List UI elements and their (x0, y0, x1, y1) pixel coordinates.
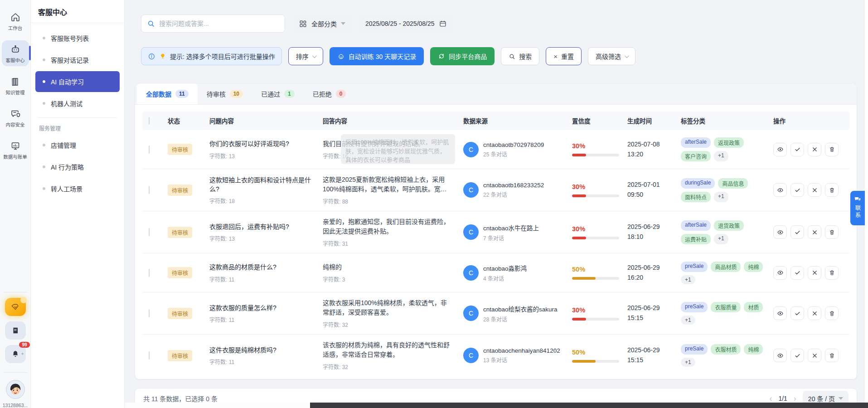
approve-button[interactable] (790, 306, 804, 320)
status-badge: 待审核 (168, 185, 192, 196)
tag-topic: 商品材质 (711, 262, 741, 272)
delete-button[interactable] (825, 349, 839, 362)
sidebar-item-account-list[interactable]: 客服账号列表 (35, 28, 120, 49)
auto-train-label: 自动训练 30 天聊天记录 (349, 52, 416, 61)
row-checkbox[interactable] (149, 309, 150, 317)
delete-button[interactable] (825, 266, 839, 280)
category-select[interactable]: 全部分类 (292, 15, 352, 33)
sidebar-item-robot-test[interactable]: 机器人测试 (35, 93, 120, 114)
user-avatar[interactable] (6, 380, 25, 399)
source-dialog-count: 7 条对话 (483, 234, 539, 242)
rail-item-service-center[interactable]: 客服中心 (2, 40, 29, 66)
confidence-value: 50% (572, 349, 627, 356)
tab-approved[interactable]: 已通过 1 (252, 83, 304, 104)
approve-button[interactable] (790, 349, 804, 362)
view-button[interactable] (773, 306, 787, 320)
rail-item-label: 内容安全 (6, 121, 25, 128)
approve-button[interactable] (790, 143, 804, 156)
sidebar-item-human-transfer[interactable]: 转人工场景 (35, 178, 120, 199)
rail-item-knowledge[interactable]: 知识管理 (2, 73, 29, 98)
next-page-button[interactable]: › (794, 394, 796, 403)
sidebar-item-ai-auto-learning[interactable]: AI 自动学习 (35, 71, 120, 92)
tip-text: 提示: 选择多个项目后可进行批量操作 (170, 52, 275, 61)
row-checkbox[interactable] (149, 146, 150, 154)
reject-button[interactable] (808, 349, 821, 362)
tag-list: preSale 商品材质 纯棉 +1 (681, 262, 767, 284)
rail-item-workbench[interactable]: 工作台 (2, 8, 29, 34)
prev-page-button[interactable]: ‹ (769, 394, 772, 403)
row-checkbox[interactable] (149, 269, 150, 277)
tab-pending-review[interactable]: 待审核 10 (198, 83, 252, 104)
rail-item-label: 知识管理 (6, 89, 25, 96)
advanced-filter-dropdown[interactable]: 高级筛选 (588, 47, 635, 65)
reject-button[interactable] (808, 183, 821, 197)
sidebar-title: 客服中心 (31, 5, 124, 23)
delete-button[interactable] (825, 183, 839, 197)
generated-date: 2025-06-29 (627, 222, 681, 232)
page-size-value: 20 条 / 页 (808, 394, 835, 403)
view-button[interactable] (773, 143, 787, 156)
confidence-value: 30% (572, 225, 627, 233)
info-icon (148, 53, 155, 60)
sync-products-button[interactable]: 同步平台商品 (430, 47, 495, 65)
view-button[interactable] (773, 266, 787, 280)
generated-time: 15:15 (627, 355, 681, 365)
sidebar-item-label: 机器人测试 (51, 99, 82, 108)
approve-button[interactable] (790, 183, 804, 197)
sidebar-item-shop-management[interactable]: 店铺管理 (35, 135, 120, 155)
table-row: 待审核 衣服退回后，运费有补贴吗? 字符数: 13 亲爱的，抱歉通知您，我们目前… (142, 211, 849, 253)
search-input[interactable] (159, 20, 279, 27)
data-table-card: 全部数据 11 待审核 10 已通过 1 已拒绝 0 (135, 83, 857, 379)
scrollbar-track[interactable] (865, 0, 868, 408)
delete-button[interactable] (825, 306, 839, 320)
bell-plus-label: + (21, 351, 24, 356)
reject-button[interactable] (808, 306, 821, 320)
tag-topic: 衣服质量 (711, 302, 741, 312)
delete-button[interactable] (825, 143, 839, 156)
tab-rejected[interactable]: 已拒绝 0 (304, 83, 355, 104)
tag-more-count: +1 (714, 192, 728, 202)
sort-dropdown[interactable]: 排序 (288, 47, 323, 65)
date-range-picker[interactable]: 2025/08/25 - 2025/08/25 (359, 15, 453, 33)
reject-button[interactable] (808, 143, 821, 156)
reset-button[interactable]: × 重置 (546, 47, 582, 65)
rail-item-content-safety[interactable]: 内容安全 (2, 105, 29, 131)
view-button[interactable] (773, 349, 787, 362)
confidence-bar (572, 277, 619, 280)
table-row: 待审核 这款衣服的质量怎么样? 字符数: 11 这款衣服采用100%纯棉材质，柔… (142, 292, 849, 335)
confidence-bar-fill (572, 194, 586, 197)
vip-button[interactable] (5, 298, 26, 316)
contact-fab[interactable]: 联系 (850, 191, 865, 225)
view-button[interactable] (773, 225, 787, 239)
approve-button[interactable] (790, 266, 804, 280)
confidence-value: 30% (572, 306, 627, 314)
sidebar-item-ai-behavior-policy[interactable]: AI 行为策略 (35, 156, 120, 177)
auto-train-button[interactable]: 自动训练 30 天聊天记录 (330, 47, 424, 65)
reject-button[interactable] (808, 266, 821, 280)
row-checkbox[interactable] (149, 351, 150, 359)
tab-count-badge: 11 (175, 90, 189, 98)
row-checkbox[interactable] (149, 186, 150, 194)
approve-button[interactable] (790, 225, 804, 239)
sidebar-item-chat-records[interactable]: 客服对话记录 (35, 49, 120, 70)
tab-all-data[interactable]: 全部数据 11 (137, 83, 198, 104)
chat-shield-icon (10, 108, 21, 119)
books-icon (10, 76, 21, 87)
notebook-button[interactable] (5, 321, 26, 340)
selection-summary: 共 11 条数据，已选择 0 条 (143, 394, 218, 403)
bullet-icon (43, 37, 45, 39)
tag-list: duringSale 商品信息 面料特点 +1 (681, 178, 767, 202)
tag-topic: 客户咨询 (681, 151, 711, 161)
rail-item-data-billing[interactable]: 数据与账单 (2, 137, 29, 163)
notifications-button[interactable]: 99 + (5, 345, 26, 363)
reject-button[interactable] (808, 225, 821, 239)
view-button[interactable] (773, 183, 787, 197)
confidence-value: 30% (572, 142, 627, 150)
delete-button[interactable] (825, 225, 839, 239)
tag-more-count: +1 (714, 234, 728, 244)
select-all-checkbox[interactable] (149, 117, 150, 125)
search-button[interactable]: 搜索 (501, 47, 539, 65)
tag-topic: 返现政策 (714, 137, 744, 148)
robot-icon (10, 44, 21, 55)
row-checkbox[interactable] (149, 228, 150, 236)
